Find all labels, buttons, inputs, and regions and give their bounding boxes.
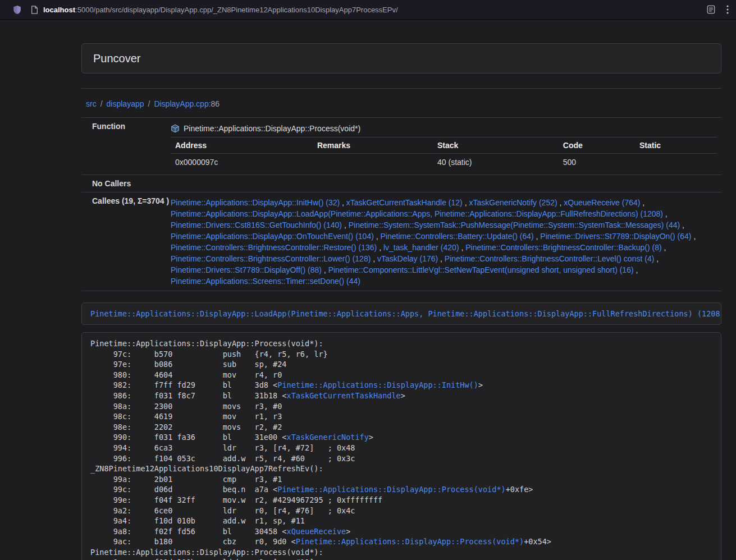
code-symbol-link[interactable]: xTaskGetCurrentTaskHandle (287, 391, 401, 400)
code-line: 9a8: f02f fd56 bl 30458 <xQueueReceive> (90, 526, 712, 537)
function-name: Pinetime::Applications::DisplayApp::Proc… (184, 123, 360, 134)
callee-link[interactable]: Pinetime::Applications::DisplayApp::OnTo… (171, 232, 374, 241)
breadcrumb-link-displayapp[interactable]: displayapp (107, 99, 144, 108)
page-content: Puncover src/displayapp/DisplayApp.cpp:8… (81, 43, 721, 560)
callee-link[interactable]: Pinetime::Controllers::BrightnessControl… (465, 243, 661, 252)
stats-static (635, 154, 717, 171)
code-line: Pinetime::Applications::DisplayApp::Proc… (90, 547, 712, 558)
callee-link[interactable]: Pinetime::Applications::DisplayApp::Init… (171, 198, 340, 207)
callee-link[interactable]: lv_task_handler (420) (383, 243, 459, 252)
callees-list: Pinetime::Applications::DisplayApp::Init… (163, 192, 721, 291)
callee-link[interactable]: Pinetime::System::SystemTask::PushMessag… (349, 221, 680, 229)
stats-stack: 40 (static) (433, 154, 559, 171)
symbol-panel: Pinetime::Applications::DisplayApp::Load… (81, 302, 721, 325)
callers-cell (163, 175, 721, 192)
stats-header-stack: Stack (433, 137, 559, 154)
callees-row: Callees (19, Σ=3704 ) Pinetime::Applicat… (81, 192, 721, 291)
breadcrumb-link-src[interactable]: src (86, 99, 97, 108)
code-line: Pinetime::Applications::DisplayApp::Proc… (90, 338, 712, 349)
callee-link[interactable]: xQueueReceive (764) (564, 198, 640, 207)
code-line: 97e: b086 sub sp, #24 (90, 359, 712, 370)
code-line: 9a4: f10d 010b add.w r1, sp, #11 (90, 516, 712, 526)
callee-link[interactable]: xTaskGenericNotify (252) (469, 198, 557, 207)
disassembly-code: Pinetime::Applications::DisplayApp::Proc… (90, 338, 712, 560)
callee-link[interactable]: Pinetime::Drivers::St7789::DisplayOff() … (171, 265, 322, 274)
code-line: 98c: 4619 mov r1, r3 (90, 411, 712, 422)
code-symbol-link[interactable]: xQueueReceive (287, 527, 346, 536)
stats-code: 500 (559, 154, 635, 171)
disassembly-panel: Pinetime::Applications::DisplayApp::Proc… (81, 332, 721, 560)
stats-address: 0x0000097c (171, 154, 313, 171)
code-line: 990: f031 fa36 bl 31e00 <xTaskGenericNot… (90, 432, 712, 443)
function-row: Function Pinetime::Applications::Display… (81, 118, 721, 175)
callee-link[interactable]: Pinetime::Components::LittleVgl::SetNewT… (328, 265, 634, 274)
callee-link[interactable]: Pinetime::Drivers::St7789::DisplayOn() (… (540, 232, 691, 241)
page-title: Puncover (93, 52, 710, 65)
function-table: Function Pinetime::Applications::Display… (81, 117, 721, 291)
function-cube-icon (171, 124, 180, 133)
breadcrumb: src/displayapp/DisplayApp.cpp:86 (81, 98, 721, 109)
code-line: 9ae: f89d 300b ldrb.w r3, [sp, #11] (90, 557, 712, 560)
code-symbol-link[interactable]: Pinetime::Applications::DisplayApp::Proc… (296, 537, 524, 546)
callers-row: No Callers (81, 175, 721, 192)
code-symbol-link[interactable]: Pinetime::Applications::DisplayApp::Init… (277, 380, 478, 389)
code-line: 9ac: b180 cbz r0, 9d0 <Pinetime::Applica… (90, 536, 712, 547)
callee-link[interactable]: Pinetime::Controllers::BrightnessControl… (171, 254, 371, 263)
code-line: 99c: d06d beq.n a7a <Pinetime::Applicati… (90, 484, 712, 495)
code-line: 994: 6ca3 ldr r3, [r4, #72] ; 0x48 (90, 443, 712, 453)
code-line: 98e: 2202 movs r2, #2 (90, 422, 712, 433)
callee-link[interactable]: xTaskGetCurrentTaskHandle (12) (346, 198, 463, 207)
stats-row: 0x0000097c 40 (static) 500 (171, 154, 717, 171)
stats-header-code: Code (559, 137, 635, 154)
callers-label: No Callers (81, 175, 163, 192)
code-line: 9a2: 6ce0 ldr r0, [r4, #76] ; 0x4c (90, 506, 712, 516)
code-symbol-link[interactable]: Pinetime::Applications::DisplayApp::Proc… (277, 485, 505, 494)
divider (81, 88, 721, 89)
page-info-icon[interactable] (31, 6, 38, 14)
address-bar[interactable]: localhost:5000/path/src/displayapp/Displ… (43, 6, 707, 14)
stats-remarks (313, 154, 433, 171)
breadcrumb-separator: / (100, 99, 103, 108)
callee-link[interactable]: Pinetime::Applications::DisplayApp::Load… (171, 209, 663, 218)
browser-toolbar: localhost:5000/path/src/displayapp/Displ… (0, 0, 736, 20)
breadcrumb-separator: / (148, 99, 150, 108)
shield-icon[interactable] (13, 5, 21, 15)
code-line: 986: f031 f8c7 bl 31b18 <xTaskGetCurrent… (90, 391, 712, 401)
callee-link[interactable]: Pinetime::Controllers::Battery::Update()… (381, 232, 534, 241)
stats-header-row: Address Remarks Stack Code Static (171, 137, 717, 154)
callee-link[interactable]: Pinetime::Controllers::BrightnessControl… (445, 254, 654, 263)
overflow-menu-icon[interactable] (726, 5, 729, 14)
code-line: 98a: 2300 movs r3, #0 (90, 401, 712, 412)
stats-header-remarks: Remarks (313, 137, 433, 154)
stats-header-address: Address (171, 137, 313, 154)
function-row-label: Function (81, 118, 163, 175)
code-line: 980: 4604 mov r4, r0 (90, 370, 712, 380)
reader-view-icon[interactable] (707, 5, 715, 14)
symbol-link[interactable]: Pinetime::Applications::DisplayApp::Load… (90, 309, 721, 318)
callee-link[interactable]: Pinetime::Controllers::BrightnessControl… (171, 243, 377, 252)
code-line: 99a: 2b01 cmp r3, #1 (90, 474, 712, 485)
app-header: Puncover (81, 43, 721, 74)
breadcrumb-line-number: 86 (211, 99, 220, 108)
code-line: 97c: b570 push {r4, r5, r6, lr} (90, 349, 712, 360)
code-line: _ZN8Pinetime12Applications10DisplayApp7R… (90, 463, 712, 474)
callees-label: Callees (19, Σ=3704 ) (81, 192, 163, 291)
url-path: :5000/path/src/displayapp/DisplayApp.cpp… (75, 6, 398, 14)
code-line: 982: f7ff fd29 bl 3d8 <Pinetime::Applica… (90, 380, 712, 391)
code-line: 996: f104 053c add.w r5, r4, #60 ; 0x3c (90, 453, 712, 464)
callee-link[interactable]: vTaskDelay (176) (377, 254, 438, 263)
stats-table: Address Remarks Stack Code Static 0x0000… (171, 137, 717, 171)
code-line: 99e: f04f 32ff mov.w r2, #4294967295 ; 0… (90, 495, 712, 506)
callee-link[interactable]: Pinetime::Drivers::Cst816S::GetTouchInfo… (171, 221, 342, 229)
breadcrumb-link-file[interactable]: DisplayApp.cpp: (154, 99, 211, 108)
url-host: localhost (43, 6, 75, 14)
callee-link[interactable]: Pinetime::Applications::Screens::Timer::… (171, 277, 360, 286)
stats-header-static: Static (635, 137, 717, 154)
code-symbol-link[interactable]: xTaskGenericNotify (287, 433, 369, 442)
